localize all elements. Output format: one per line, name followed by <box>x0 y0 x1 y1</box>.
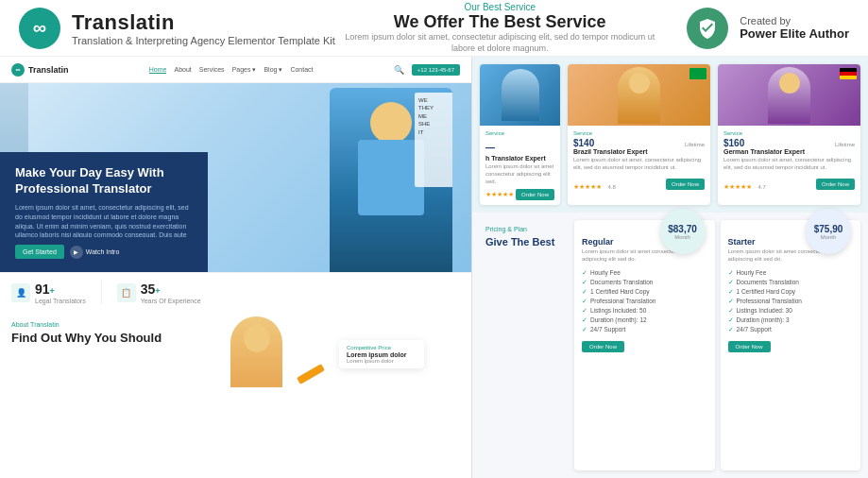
starter-price-bubble: $75,90 Month <box>806 209 851 254</box>
brazil-card-footer: ★★★★★ 4.8 Order Now <box>573 176 705 193</box>
starter-price-period: Month <box>821 234 837 240</box>
starter-feature-list: ✓ Hourly Fee ✓ Documents Translation ✓ 1… <box>728 269 854 333</box>
nav-phone-btn[interactable]: +12 123-45-67 <box>412 64 460 76</box>
get-started-button[interactable]: Get Started <box>15 245 64 259</box>
translator-card-brazil: Service $140 Lifetime Brazil Translator … <box>568 64 710 205</box>
regular-feature-list: ✓ Hourly Fee ✓ Documents Translation ✓ 1… <box>582 269 707 333</box>
nav-link-home[interactable]: Home <box>149 66 167 74</box>
check-icon: ✓ <box>582 288 587 296</box>
brazil-person <box>618 67 660 124</box>
nav-link-services[interactable]: Services <box>199 66 225 74</box>
hero-section: WETHEYMESHEIT Make Your Day Easy With Pr… <box>0 83 471 272</box>
about-person-figure <box>230 316 282 387</box>
feature-item: ✓ Duration (month): 3 <box>728 316 854 324</box>
nav-link-contact[interactable]: Contact <box>290 66 313 74</box>
german-price-label: Lifetime <box>835 142 855 147</box>
starter-plan-btn[interactable]: Order Now <box>728 341 771 352</box>
german-head <box>779 73 800 94</box>
stat-exp-label: Years Of Experience <box>141 298 201 304</box>
nav-link-blog[interactable]: Blog ▾ <box>264 66 282 74</box>
brazil-card-title: Brazil Translator Expert <box>573 148 705 155</box>
shield-check-icon <box>696 17 719 40</box>
card-body-brazil: Service $140 Lifetime Brazil Translator … <box>568 126 710 197</box>
regular-price-amount: $83,70 <box>668 224 697 234</box>
feature-item: ✓ Professional Translation <box>728 298 854 305</box>
nav-link-about[interactable]: About <box>174 66 191 74</box>
starter-price-amount: $75,90 <box>814 224 843 234</box>
pricing-label: Pricing & Plan <box>485 226 569 232</box>
search-icon[interactable]: 🔍 <box>394 65 404 75</box>
brazil-card-desc: Lorem ipsum dolor sit amet, consectetur … <box>573 157 705 172</box>
logo-icon <box>19 8 60 49</box>
card-person <box>502 69 539 121</box>
german-price: $160 <box>723 138 744 148</box>
regular-plan-btn[interactable]: Order Now <box>582 341 624 352</box>
author-text: Created by Power Elite Author <box>740 15 849 41</box>
competitive-badge: Competitive Price Lorem ipsum dolor Lore… <box>339 340 424 368</box>
comp-sub: Lorem ipsum dolor <box>347 358 417 364</box>
stat-translators: 👤 91+ Legal Translators <box>11 281 86 304</box>
logo-area: Translatin Translation & Interpreting Ag… <box>19 8 340 49</box>
main-content: ∞ Translatin Home About Services Pages ▾… <box>0 57 868 478</box>
nav-link-pages[interactable]: Pages ▾ <box>232 66 257 74</box>
brazil-rating: 4.8 <box>607 184 615 190</box>
hero-overlay-card: Make Your Day Easy With Professional Tra… <box>0 152 208 272</box>
check-icon: ✓ <box>582 307 587 315</box>
check-icon: ✓ <box>728 316 734 324</box>
right-section: Service — h Translator Expert Lorem ipsu… <box>472 57 868 478</box>
card-body-english: Service — h Translator Expert Lorem ipsu… <box>480 126 560 205</box>
mini-navbar: ∞ Translatin Home About Services Pages ▾… <box>0 57 471 83</box>
feature-item: ✓ Hourly Fee <box>728 269 854 277</box>
whiteboard: WETHEYMESHEIT <box>415 93 452 187</box>
about-person-head <box>244 324 270 352</box>
stat-label: Legal Translators <box>35 298 86 304</box>
stat-translators-value: 91+ Legal Translators <box>35 281 86 304</box>
pricing-cards: $83,70 Month Regular Lorem ipsum dolor s… <box>574 220 860 470</box>
feature-item: ✓ Documents Translation <box>728 279 854 286</box>
check-icon: ✓ <box>728 288 734 296</box>
feature-item: ✓ 24/7 Support <box>582 326 707 333</box>
stat-exp-sup: + <box>155 286 160 296</box>
stat-sup: + <box>50 286 55 296</box>
mini-logo-icon: ∞ <box>11 63 25 77</box>
hero-buttons: Get Started ▶ Watch Intro <box>15 245 193 259</box>
check-icon: ✓ <box>582 316 587 324</box>
best-service-title: We Offer The Best Service <box>340 12 661 32</box>
brand-name: Translatin <box>72 10 335 35</box>
comp-label: Competitive Price <box>347 345 417 350</box>
author-name: Power Elite Author <box>740 26 849 41</box>
german-card-footer: ★★★★★ 4.7 Order Now <box>723 176 855 193</box>
german-person <box>768 67 810 124</box>
feature-item: ✓ Listings Included: 30 <box>728 307 854 315</box>
website-preview: ∞ Translatin Home About Services Pages ▾… <box>0 57 472 478</box>
regular-price-period: Month <box>674 234 690 240</box>
check-icon: ✓ <box>728 326 734 333</box>
brazil-order-btn[interactable]: Order Now <box>666 179 705 190</box>
starter-plan-card: $75,90 Month Starter Lorem ipsum dolor s… <box>721 220 861 470</box>
person-container: WETHEYMESHEIT <box>330 88 452 272</box>
card-img-german <box>718 64 860 126</box>
watch-intro-button[interactable]: ▶ Watch Intro <box>70 246 120 259</box>
card-stars: ★★★★★ <box>485 191 514 198</box>
top-banner: Translatin Translation & Interpreting Ag… <box>0 0 868 57</box>
brazil-flag-badge <box>689 68 706 79</box>
author-badge: Created by Power Elite Author <box>660 8 849 49</box>
check-icon: ✓ <box>728 269 734 277</box>
person-head <box>370 102 412 144</box>
translators-icon: 👤 <box>11 283 30 302</box>
stat-divider <box>101 281 102 304</box>
feature-item: ✓ Professional Translation <box>582 298 707 305</box>
mini-nav-links[interactable]: Home About Services Pages ▾ Blog ▾ Conta… <box>77 66 386 74</box>
order-btn[interactable]: Order Now <box>516 189 554 200</box>
best-service-label: Our Best Service <box>340 2 661 12</box>
pricing-label-section: Pricing & Plan Give The Best <box>480 220 574 470</box>
regular-price-bubble: $83,70 Month <box>660 209 706 254</box>
german-order-btn[interactable]: Order Now <box>816 179 855 190</box>
check-icon: ✓ <box>582 269 587 277</box>
logo-text-block: Translatin Translation & Interpreting Ag… <box>72 10 335 46</box>
stat-experience: 📋 35+ Years Of Experience <box>117 281 201 304</box>
pricing-section: Pricing & Plan Give The Best $83,70 Mont… <box>472 213 868 478</box>
brazil-head <box>629 73 650 94</box>
hero-description: Lorem ipsum dolor sit amet, consectetur … <box>15 203 193 237</box>
stat-experience-value: 35+ Years Of Experience <box>141 281 201 304</box>
